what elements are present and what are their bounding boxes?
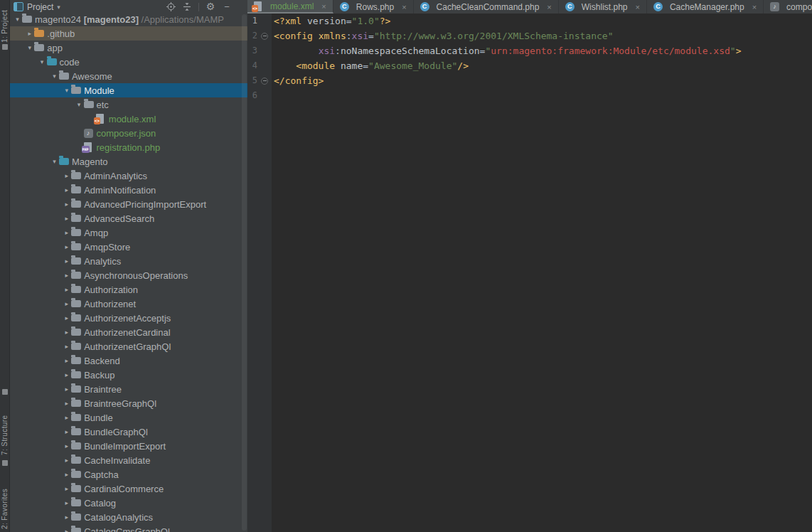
tab-composer-json[interactable]: ♪composer.json× <box>764 0 812 14</box>
chevron-down-icon[interactable]: ▾ <box>75 101 84 108</box>
tree-item-braintreegraphql[interactable]: ▸BraintreeGraphQl <box>10 396 247 410</box>
chevron-down-icon[interactable]: ▾ <box>50 73 59 80</box>
tree-item-app[interactable]: ▾app <box>10 41 247 55</box>
tree-item-composer-json[interactable]: ♪composer.json <box>10 126 247 140</box>
tree-item-authorizenet[interactable]: ▸Authorizenet <box>10 297 247 311</box>
tree-item-magento[interactable]: ▾Magento <box>10 154 247 169</box>
chevron-right-icon[interactable]: ▸ <box>62 471 71 478</box>
tab-wishlist-php[interactable]: CWishlist.php× <box>559 0 647 14</box>
tree-item-cardinalcommerce[interactable]: ▸CardinalCommerce <box>10 482 247 496</box>
tree-item-backend[interactable]: ▸Backend <box>10 353 247 368</box>
chevron-right-icon[interactable]: ▸ <box>62 343 71 350</box>
tab-rows-php[interactable]: CRows.php× <box>333 0 414 14</box>
close-tab-icon[interactable]: × <box>402 3 406 11</box>
tree-item-authorizenetgraphql[interactable]: ▸AuthorizenetGraphQl <box>10 339 247 353</box>
chevron-right-icon[interactable]: ▸ <box>62 357 71 364</box>
gear-icon[interactable]: ⚙ <box>205 2 215 12</box>
tree-item-authorizenetacceptjs[interactable]: ▸AuthorizenetAcceptjs <box>10 311 247 325</box>
project-panel-title[interactable]: Project <box>27 2 53 12</box>
chevron-down-icon[interactable]: ▾ <box>13 16 22 23</box>
tree-item-amqp[interactable]: ▸Amqp <box>10 225 247 240</box>
chevron-right-icon[interactable]: ▸ <box>62 499 71 506</box>
chevron-right-icon[interactable]: ▸ <box>62 272 71 279</box>
chevron-right-icon[interactable]: ▸ <box>62 201 71 208</box>
chevron-down-icon[interactable]: ▾ <box>25 44 34 51</box>
collapse-all-icon[interactable] <box>182 2 192 12</box>
hide-panel-icon[interactable]: − <box>222 2 232 12</box>
fold-column <box>257 88 272 103</box>
chevron-right-icon[interactable]: ▸ <box>62 514 71 521</box>
tree-item-registration-php[interactable]: PHPregistration.php <box>10 140 247 154</box>
tree-item-etc[interactable]: ▾etc <box>10 97 247 112</box>
chevron-right-icon[interactable]: ▸ <box>62 229 71 236</box>
chevron-right-icon[interactable]: ▸ <box>62 371 71 378</box>
chevron-right-icon[interactable]: ▸ <box>62 385 71 393</box>
chevron-down-icon[interactable]: ▾ <box>62 87 71 94</box>
chevron-right-icon[interactable]: ▸ <box>62 314 71 321</box>
close-tab-icon[interactable]: × <box>321 2 326 11</box>
fold-marker-icon[interactable] <box>261 33 268 40</box>
close-tab-icon[interactable]: × <box>635 3 639 11</box>
tree-item-cacheinvalidate[interactable]: ▸CacheInvalidate <box>10 453 247 467</box>
tree-item-catalog[interactable]: ▸Catalog <box>10 496 247 510</box>
tree-item-captcha[interactable]: ▸Captcha <box>10 467 247 482</box>
tree-item-bundleimportexport[interactable]: ▸BundleImportExport <box>10 439 247 453</box>
tree-item-adminanalytics[interactable]: ▸AdminAnalytics <box>10 169 247 183</box>
stripe-button-structure[interactable]: 7: Structure <box>1 397 9 455</box>
chevron-right-icon[interactable]: ▸ <box>62 414 71 421</box>
code-editor[interactable]: 1<?xml version="1.0"?>2<config xmlns:xsi… <box>247 14 812 532</box>
tab-module-xml[interactable]: <>module.xml× <box>247 0 333 14</box>
chevron-right-icon[interactable]: ▸ <box>62 215 71 222</box>
chevron-right-icon[interactable]: ▸ <box>25 30 34 37</box>
locate-file-icon[interactable] <box>166 2 176 12</box>
chevron-right-icon[interactable]: ▸ <box>62 286 71 293</box>
fold-marker-icon[interactable] <box>261 78 268 85</box>
tree-item-module[interactable]: ▾Module <box>10 83 247 97</box>
chevron-right-icon[interactable]: ▸ <box>62 329 71 336</box>
chevron-right-icon[interactable]: ▸ <box>62 257 71 265</box>
tree-item-bundlegraphql[interactable]: ▸BundleGraphQl <box>10 425 247 439</box>
tree-item-advancedpricingimportexport[interactable]: ▸AdvancedPricingImportExport <box>10 197 247 211</box>
chevron-right-icon[interactable]: ▸ <box>62 428 71 435</box>
tree-item-adminnotification[interactable]: ▸AdminNotification <box>10 183 247 197</box>
chevron-right-icon[interactable]: ▸ <box>62 400 71 407</box>
tab-cachemanager-php[interactable]: CCacheManager.php× <box>647 0 764 14</box>
tree-item-code[interactable]: ▾code <box>10 55 247 69</box>
chevron-right-icon[interactable]: ▸ <box>62 300 71 307</box>
project-tool-icon[interactable] <box>2 44 8 50</box>
tree-item-github[interactable]: ▸.github <box>10 26 247 41</box>
stripe-button-favorites[interactable]: 2: Favorites <box>1 468 9 529</box>
tree-item-braintree[interactable]: ▸Braintree <box>10 382 247 396</box>
stripe-button-project[interactable]: 1: Project <box>1 1 9 43</box>
close-tab-icon[interactable]: × <box>547 3 551 11</box>
tree-item-bundle[interactable]: ▸Bundle <box>10 410 247 425</box>
tree-item-asynchronousoperations[interactable]: ▸AsynchronousOperations <box>10 268 247 282</box>
chevron-right-icon[interactable]: ▸ <box>62 457 71 464</box>
tree-item-awesome[interactable]: ▾Awesome <box>10 69 247 83</box>
tree-item-authorization[interactable]: ▸Authorization <box>10 282 247 297</box>
chevron-down-icon[interactable]: ▾ <box>38 58 47 65</box>
tree-item-cataloganalytics[interactable]: ▸CatalogAnalytics <box>10 510 247 524</box>
tree-item-advancedsearch[interactable]: ▸AdvancedSearch <box>10 211 247 225</box>
chevron-down-icon[interactable]: ▾ <box>50 158 59 165</box>
tree-item-amqpstore[interactable]: ▸AmqpStore <box>10 240 247 254</box>
chevron-right-icon[interactable]: ▸ <box>62 243 71 250</box>
tree-item-magento24[interactable]: ▾magento24 [magento23] /Applications/MAM… <box>10 12 247 26</box>
tree-item-analytics[interactable]: ▸Analytics <box>10 254 247 268</box>
tree-item-module-xml[interactable]: <>module.xml <box>10 112 247 126</box>
tree-item-authorizenetcardinal[interactable]: ▸AuthorizenetCardinal <box>10 325 247 339</box>
tab-cachecleancommand-php[interactable]: CCacheCleanCommand.php× <box>414 0 559 14</box>
tree-item-backup[interactable]: ▸Backup <box>10 368 247 382</box>
chevron-right-icon[interactable]: ▸ <box>62 186 71 193</box>
structure-tool-icon[interactable] <box>2 389 8 395</box>
chevron-right-icon[interactable]: ▸ <box>62 528 71 532</box>
tree-item-catalogcmsgraphql[interactable]: ▸CatalogCmsGraphQl <box>10 524 247 532</box>
chevron-down-icon[interactable]: ▾ <box>57 4 60 11</box>
tree-scrollbar[interactable] <box>242 14 247 531</box>
chevron-right-icon[interactable]: ▸ <box>62 172 71 179</box>
chevron-right-icon[interactable]: ▸ <box>62 442 71 449</box>
close-tab-icon[interactable]: × <box>752 3 757 11</box>
phpstorm-window: 1: Project 7: Structure 2: Favorites Pro… <box>0 0 812 532</box>
chevron-right-icon[interactable]: ▸ <box>62 485 71 492</box>
favorites-tool-icon[interactable] <box>2 460 8 466</box>
